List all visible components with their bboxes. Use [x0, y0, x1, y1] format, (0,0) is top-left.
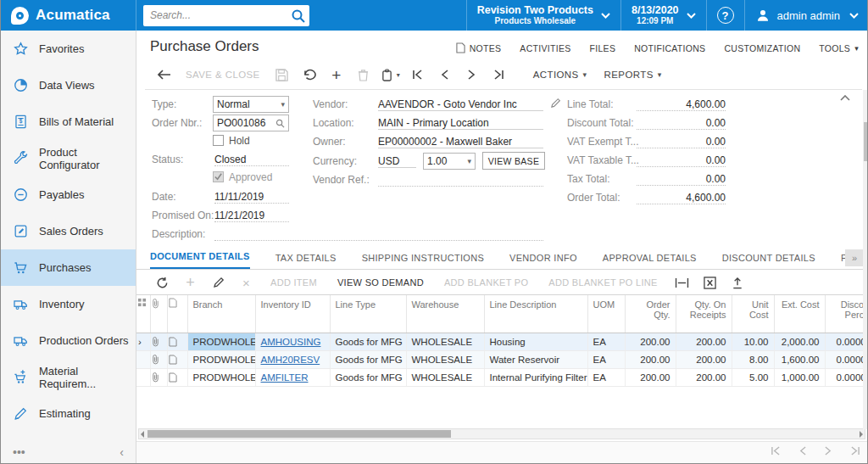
files-button[interactable]: FILES [590, 42, 616, 53]
app-logo[interactable]: Acumatica [1, 0, 136, 31]
prev-page-icon[interactable] [799, 446, 806, 456]
first-page-icon[interactable] [771, 446, 781, 456]
actions-menu-button[interactable]: ACTIONS▾ [525, 64, 596, 86]
paperclip-icon[interactable] [150, 368, 167, 386]
grid-row-1[interactable]: › PRODWHOLE AMHOUSING Goods for MFG WHOL… [136, 333, 868, 350]
more-items-icon[interactable]: ••• [13, 445, 25, 459]
save-close-button[interactable]: SAVE & CLOSE [177, 64, 269, 86]
add-blanket-po-button[interactable]: ADD BLANKET PO [434, 272, 538, 293]
help-button[interactable]: ? [706, 0, 744, 31]
tab-tax-details[interactable]: TAX DETAILS [275, 253, 337, 269]
sidebar-item-favorites[interactable]: Favorites [1, 31, 136, 67]
user-menu[interactable]: admin admin [744, 0, 868, 31]
undo-icon[interactable] [296, 64, 323, 86]
note-icon[interactable] [167, 333, 187, 350]
sidebar-item-payables[interactable]: Payables [1, 176, 136, 213]
collapse-form-icon[interactable] [840, 95, 850, 101]
scroll-left-icon[interactable] [141, 431, 144, 438]
last-record-icon[interactable] [486, 64, 513, 86]
edit-row-icon[interactable] [204, 272, 232, 293]
inventory-id-link[interactable]: AMFILTER [261, 372, 309, 383]
scroll-right-icon[interactable] [860, 431, 863, 438]
grid-row-3[interactable]: PRODWHOLE AMFILTER Goods for MFG WHOLESA… [136, 368, 868, 386]
currency-code[interactable]: USD [378, 155, 416, 168]
sidebar-item-data-views[interactable]: Data Views [1, 67, 136, 103]
column-header-branch[interactable]: Branch [187, 295, 255, 333]
type-select[interactable]: Normal▾ [213, 96, 289, 113]
column-header-unit-cost[interactable]: Unit Cost [732, 295, 774, 333]
copy-paste-icon[interactable]: ▾ [377, 64, 404, 86]
approved-checkbox[interactable] [213, 171, 224, 182]
column-header-ext-cost[interactable]: Ext. Cost [774, 295, 825, 333]
activities-button[interactable]: ACTIVITIES [520, 42, 570, 53]
sidebar-item-bills-of-material[interactable]: $ Bills of Material [1, 103, 136, 140]
export-excel-icon[interactable] [696, 272, 724, 293]
promised-on-value[interactable]: 11/21/2019 [214, 210, 289, 222]
collapse-sidebar-icon[interactable]: ‹ [120, 445, 124, 459]
owner-value[interactable]: EP00000002 - Maxwell Baker [378, 136, 543, 148]
first-record-icon[interactable] [404, 64, 431, 86]
tab-vendor-info[interactable]: VENDOR INFO [509, 253, 577, 269]
tabs-overflow-button[interactable]: » [845, 249, 864, 266]
column-header-line-description[interactable]: Line Description [484, 295, 587, 333]
date-time-selector[interactable]: 8/13/2020 12:09 PM [620, 0, 706, 31]
sidebar-item-sales-orders[interactable]: Sales Orders [1, 213, 136, 249]
add-record-icon[interactable]: + [323, 64, 350, 86]
scrollbar-thumb[interactable] [147, 430, 451, 438]
add-row-icon[interactable]: + [176, 272, 204, 293]
column-header-uom[interactable]: UOM [587, 295, 625, 333]
search-input[interactable] [143, 5, 309, 26]
reports-menu-button[interactable]: REPORTS▾ [596, 64, 670, 86]
save-icon[interactable] [269, 64, 296, 86]
column-header-order-qty[interactable]: Order Qty. [625, 295, 676, 333]
delete-row-icon[interactable]: × [232, 272, 260, 293]
edit-vendor-icon[interactable] [550, 98, 561, 109]
fit-width-icon[interactable] [668, 272, 696, 293]
sidebar-item-product-configurator[interactable]: Product Configurator [1, 140, 136, 176]
description-input[interactable] [214, 228, 543, 241]
paperclip-icon[interactable] [150, 333, 167, 350]
notes-button[interactable]: NOTES [456, 42, 502, 53]
next-record-icon[interactable] [459, 64, 486, 86]
column-header-qty-on-receipts[interactable]: Qty. On Receipts [676, 295, 732, 333]
column-header-warehouse[interactable]: Warehouse [406, 295, 484, 333]
note-icon[interactable] [167, 368, 187, 386]
sidebar-item-inventory[interactable]: Inventory [1, 286, 136, 322]
sidebar-item-purchases[interactable]: Purchases [1, 249, 136, 286]
grid-row-2[interactable]: PRODWHOLE AMH20RESV Goods for MFG WHOLES… [136, 350, 868, 368]
back-button[interactable] [150, 64, 177, 86]
vendor-ref-input[interactable] [378, 174, 543, 187]
grid-settings-icon[interactable] [136, 295, 150, 333]
note-icon[interactable] [167, 350, 187, 368]
tab-approval-details[interactable]: APPROVAL DETAILS [603, 253, 697, 269]
upload-icon[interactable] [724, 272, 752, 293]
delete-icon[interactable] [350, 64, 377, 86]
view-base-button[interactable]: VIEW BASE [482, 152, 545, 170]
view-so-demand-button[interactable]: VIEW SO DEMAND [327, 272, 434, 293]
hold-checkbox[interactable] [213, 135, 224, 146]
column-header-line-type[interactable]: Line Type [330, 295, 406, 333]
sidebar-item-estimating[interactable]: Estimating [1, 395, 136, 432]
inventory-id-link[interactable]: AMHOUSING [261, 337, 321, 347]
tab-document-details[interactable]: DOCUMENT DETAILS [150, 251, 250, 269]
tenant-selector[interactable]: Revision Two Products Products Wholesale [466, 0, 620, 31]
currency-rate-select[interactable]: 1.00▾ [423, 153, 476, 170]
tab-discount-details[interactable]: DISCOUNT DETAILS [722, 253, 815, 269]
horizontal-scrollbar[interactable] [138, 428, 865, 439]
column-header-discount-percent[interactable]: Discount Percent [825, 295, 868, 333]
notifications-button[interactable]: NOTIFICATIONS [634, 42, 705, 53]
column-header-inventory-id[interactable]: Inventory ID [255, 295, 330, 333]
tools-button[interactable]: TOOLS▾ [819, 42, 859, 53]
scrollbar-thumb[interactable] [864, 122, 868, 161]
next-page-icon[interactable] [825, 446, 832, 456]
date-value[interactable]: 11/11/2019 [214, 191, 289, 204]
customization-button[interactable]: CUSTOMIZATION [724, 42, 800, 53]
sidebar-item-production-orders[interactable]: Production Orders [1, 322, 136, 359]
order-nbr-input[interactable]: PO001086 [213, 115, 289, 131]
add-blanket-po-line-button[interactable]: ADD BLANKET PO LINE [538, 272, 667, 293]
tab-shipping-instructions[interactable]: SHIPPING INSTRUCTIONS [362, 253, 484, 269]
vendor-value[interactable]: AAVENDOR - Goto Vendor Inc [378, 98, 543, 111]
location-value[interactable]: MAIN - Primary Location [378, 117, 543, 130]
refresh-icon[interactable] [148, 272, 176, 293]
sidebar-item-material-requirements[interactable]: Material Requirem... [1, 359, 136, 395]
